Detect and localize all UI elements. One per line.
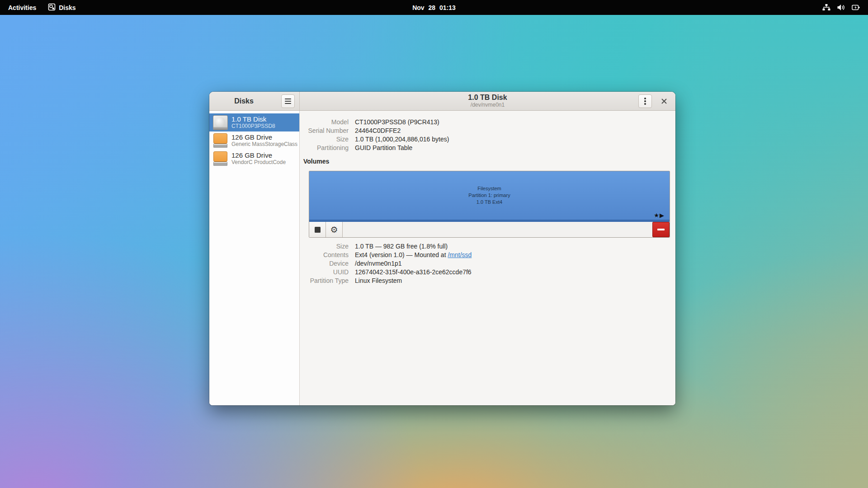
minus-icon: [657, 229, 665, 230]
top-bar: Activities Disks Nov 28 01:13: [0, 0, 868, 15]
gear-icon: ⚙: [330, 225, 338, 234]
info-value: CT1000P3PSSD8 (P9CR413): [355, 118, 675, 127]
sidebar-item-subtitle: Generic MassStorageClass: [231, 141, 296, 147]
unmount-button[interactable]: [309, 222, 326, 237]
info-label: Device: [300, 259, 349, 268]
partition-label-line2: Partition 1: primary: [468, 192, 510, 199]
info-label: UUID: [300, 268, 349, 277]
partition-label-line1: Filesystem: [477, 185, 501, 192]
sidebar-title: Disks: [209, 97, 278, 105]
volume-info-table: Size 1.0 TB — 982 GB free (1.8% full) Co…: [300, 242, 675, 285]
close-icon: [661, 98, 667, 104]
info-value: Ext4 (version 1.0) — Mounted at /mnt/ssd: [355, 251, 675, 259]
disk-info-table: Model CT1000P3PSSD8 (P9CR413) Serial Num…: [300, 118, 675, 152]
info-value: 24464C0DFFE2: [355, 127, 675, 135]
partition-block[interactable]: Filesystem Partition 1: primary 1.0 TB E…: [309, 171, 670, 222]
delete-partition-button[interactable]: [652, 222, 670, 237]
sidebar-item-title: 126 GB Drive: [231, 134, 296, 141]
sidebar-item-nvme-disk[interactable]: 1.0 TB Disk CT1000P3PSSD8: [209, 113, 299, 131]
partition-label-line3: 1.0 TB Ext4: [476, 199, 502, 206]
stop-square-icon: [315, 227, 321, 233]
sidebar-item-usb-drive-2[interactable]: 126 GB Drive VendorC ProductCode: [209, 150, 299, 168]
info-value: 12674042-315f-400e-a316-2ce62ccde7f6: [355, 268, 675, 277]
volumes-widget: Filesystem Partition 1: primary 1.0 TB E…: [309, 171, 670, 238]
star-icon: ★: [654, 212, 660, 219]
mount-point-link[interactable]: /mnt/ssd: [448, 251, 472, 258]
info-label: Size: [300, 242, 349, 251]
header-bar: Disks 1.0 TB Disk /dev/nvme0n1: [209, 92, 675, 111]
focused-app-label: Disks: [59, 4, 75, 11]
info-value: 1.0 TB (1,000,204,886,016 bytes): [355, 135, 675, 144]
info-value: 1.0 TB — 982 GB free (1.8% full): [355, 242, 675, 251]
info-value: /dev/nvme0n1p1: [355, 259, 675, 268]
drive-options-menu-button[interactable]: [638, 94, 652, 108]
partition-settings-button[interactable]: ⚙: [326, 222, 343, 237]
info-value: Linux Filesystem: [355, 277, 675, 285]
volume-toolbar: ⚙: [309, 222, 670, 237]
window-subtitle: /dev/nvme0n1: [468, 102, 507, 108]
focused-app-indicator[interactable]: Disks: [48, 3, 75, 12]
harddisk-icon: [213, 115, 228, 130]
usb-drive-icon: [213, 151, 228, 166]
volumes-heading: Volumes: [303, 158, 675, 165]
contents-text: Ext4 (version 1.0) — Mounted at: [355, 251, 448, 258]
info-label: Size: [300, 135, 349, 144]
activities-button[interactable]: Activities: [8, 4, 36, 11]
disks-app-icon: [48, 3, 56, 12]
system-tray[interactable]: [814, 0, 868, 15]
sidebar-header: Disks: [209, 92, 300, 110]
sidebar-item-subtitle: CT1000P3PSSD8: [231, 123, 275, 129]
drive-detail-pane: Model CT1000P3PSSD8 (P9CR413) Serial Num…: [300, 111, 675, 405]
main-header: 1.0 TB Disk /dev/nvme0n1: [300, 92, 675, 110]
sidebar-item-title: 1.0 TB Disk: [231, 116, 275, 123]
window-title: 1.0 TB Disk: [468, 94, 507, 102]
device-sidebar: 1.0 TB Disk CT1000P3PSSD8 126 GB Drive G…: [209, 111, 300, 405]
sidebar-item-subtitle: VendorC ProductCode: [231, 160, 286, 165]
play-icon: ▶: [660, 212, 665, 219]
network-icon: [822, 4, 830, 11]
info-label: Partition Type: [300, 277, 349, 285]
info-value: GUID Partition Table: [355, 144, 675, 152]
close-button[interactable]: [657, 94, 671, 108]
usb-drive-icon: [213, 133, 228, 148]
info-label: Contents: [300, 251, 349, 259]
clock[interactable]: Nov 28 01:13: [412, 4, 456, 11]
sidebar-item-title: 126 GB Drive: [231, 152, 286, 160]
desktop-background: Activities Disks Nov 28 01:13: [0, 0, 868, 488]
battery-charging-icon: [852, 4, 860, 11]
sidebar-item-usb-drive-1[interactable]: 126 GB Drive Generic MassStorageClass: [209, 131, 299, 150]
volume-icon: [837, 4, 845, 11]
app-menu-button[interactable]: [281, 94, 295, 108]
info-label: Model: [300, 118, 349, 127]
info-label: Partitioning: [300, 144, 349, 152]
disks-window: Disks 1.0 TB Disk /dev/nvme0n1: [209, 92, 675, 405]
info-label: Serial Number: [300, 127, 349, 135]
